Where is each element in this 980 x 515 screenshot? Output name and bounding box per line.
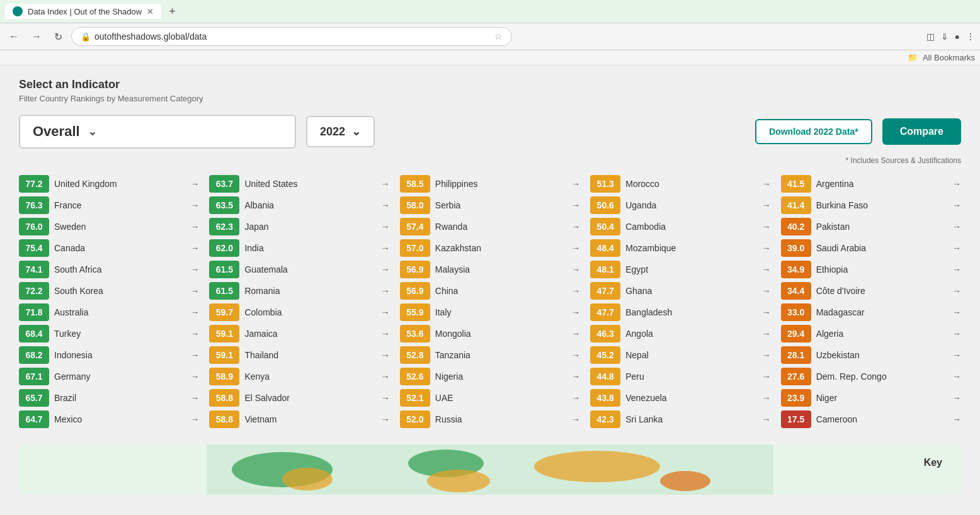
arrow-icon[interactable]: →: [571, 414, 580, 424]
rank-row[interactable]: 46.3Angola→: [590, 325, 770, 342]
rank-row[interactable]: 58.5Philippines→: [400, 175, 580, 193]
arrow-icon[interactable]: →: [190, 393, 199, 403]
arrow-icon[interactable]: →: [381, 350, 390, 360]
url-input[interactable]: [94, 31, 491, 42]
arrow-icon[interactable]: →: [762, 307, 771, 317]
arrow-icon[interactable]: →: [571, 200, 580, 210]
arrow-icon[interactable]: →: [190, 350, 199, 360]
arrow-icon[interactable]: →: [381, 286, 390, 296]
rank-row[interactable]: 28.1Uzbekistan→: [781, 346, 961, 364]
arrow-icon[interactable]: →: [952, 371, 961, 382]
rank-row[interactable]: 65.7Brazil→: [19, 389, 199, 407]
rank-row[interactable]: 52.8Tanzania→: [400, 346, 580, 364]
indicator-dropdown[interactable]: Overall ⌄: [19, 115, 296, 149]
arrow-icon[interactable]: →: [381, 243, 390, 253]
rank-row[interactable]: 76.0Sweden→: [19, 218, 199, 235]
arrow-icon[interactable]: →: [952, 307, 961, 317]
arrow-icon[interactable]: →: [381, 393, 390, 403]
menu-icon[interactable]: ⋮: [966, 31, 975, 42]
arrow-icon[interactable]: →: [952, 329, 961, 339]
rank-row[interactable]: 63.7United States→: [209, 175, 389, 193]
arrow-icon[interactable]: →: [190, 371, 199, 382]
rank-row[interactable]: 74.1South Africa→: [19, 261, 199, 278]
arrow-icon[interactable]: →: [762, 414, 771, 424]
rank-row[interactable]: 62.3Japan→: [209, 218, 389, 235]
arrow-icon[interactable]: →: [381, 264, 390, 274]
rank-row[interactable]: 61.5Guatemala→: [209, 261, 389, 278]
arrow-icon[interactable]: →: [571, 286, 580, 296]
arrow-icon[interactable]: →: [381, 307, 390, 317]
arrow-icon[interactable]: →: [571, 307, 580, 317]
rank-row[interactable]: 50.6Uganda→: [590, 196, 770, 214]
rank-row[interactable]: 64.7Mexico→: [19, 410, 199, 428]
extension-icon[interactable]: ◫: [926, 31, 935, 42]
rank-row[interactable]: 40.2Pakistan→: [781, 218, 961, 235]
rank-row[interactable]: 41.5Argentina→: [781, 175, 961, 193]
rank-row[interactable]: 59.7Colombia→: [209, 303, 389, 321]
rank-row[interactable]: 39.0Saudi Arabia→: [781, 239, 961, 257]
address-bar[interactable]: 🔒 ☆: [71, 27, 512, 46]
rank-row[interactable]: 33.0Madagascar→: [781, 303, 961, 321]
rank-row[interactable]: 57.4Rwanda→: [400, 218, 580, 235]
rank-row[interactable]: 61.5Romania→: [209, 282, 389, 300]
rank-row[interactable]: 67.1Germany→: [19, 368, 199, 385]
rank-row[interactable]: 58.9Kenya→: [209, 368, 389, 385]
arrow-icon[interactable]: →: [571, 371, 580, 382]
arrow-icon[interactable]: →: [571, 350, 580, 360]
arrow-icon[interactable]: →: [762, 371, 771, 382]
arrow-icon[interactable]: →: [762, 329, 771, 339]
arrow-icon[interactable]: →: [952, 179, 961, 189]
rank-row[interactable]: 58.8Vietnam→: [209, 410, 389, 428]
close-tab-icon[interactable]: ✕: [147, 7, 154, 16]
arrow-icon[interactable]: →: [762, 286, 771, 296]
rank-row[interactable]: 52.0Russia→: [400, 410, 580, 428]
forward-button[interactable]: →: [28, 28, 45, 45]
arrow-icon[interactable]: →: [952, 350, 961, 360]
arrow-icon[interactable]: →: [571, 222, 580, 232]
arrow-icon[interactable]: →: [762, 179, 771, 189]
arrow-icon[interactable]: →: [952, 393, 961, 403]
arrow-icon[interactable]: →: [190, 179, 199, 189]
rank-row[interactable]: 55.9Italy→: [400, 303, 580, 321]
arrow-icon[interactable]: →: [571, 264, 580, 274]
rank-row[interactable]: 68.2Indonesia→: [19, 346, 199, 364]
arrow-icon[interactable]: →: [762, 243, 771, 253]
rank-row[interactable]: 34.9Ethiopia→: [781, 261, 961, 278]
rank-row[interactable]: 52.6Nigeria→: [400, 368, 580, 385]
back-button[interactable]: ←: [5, 28, 23, 45]
bookmark-star-icon[interactable]: ☆: [494, 31, 503, 42]
arrow-icon[interactable]: →: [762, 222, 771, 232]
rank-row[interactable]: 48.4Mozambique→: [590, 239, 770, 257]
arrow-icon[interactable]: →: [571, 329, 580, 339]
rank-row[interactable]: 41.4Burkina Faso→: [781, 196, 961, 214]
arrow-icon[interactable]: →: [571, 393, 580, 403]
active-tab[interactable]: Data Index | Out of the Shadow ✕: [5, 4, 161, 19]
download-icon[interactable]: ⇓: [941, 31, 949, 42]
arrow-icon[interactable]: →: [762, 350, 771, 360]
arrow-icon[interactable]: →: [190, 414, 199, 424]
arrow-icon[interactable]: →: [190, 329, 199, 339]
rank-row[interactable]: 71.8Australia→: [19, 303, 199, 321]
download-button[interactable]: Download 2022 Data*: [755, 119, 872, 144]
arrow-icon[interactable]: →: [952, 222, 961, 232]
arrow-icon[interactable]: →: [762, 393, 771, 403]
rank-row[interactable]: 75.4Canada→: [19, 239, 199, 257]
rank-row[interactable]: 27.6Dem. Rep. Congo→: [781, 368, 961, 385]
arrow-icon[interactable]: →: [381, 222, 390, 232]
all-bookmarks-label[interactable]: All Bookmarks: [923, 53, 975, 62]
arrow-icon[interactable]: →: [952, 243, 961, 253]
rank-row[interactable]: 57.0Kazakhstan→: [400, 239, 580, 257]
rank-row[interactable]: 47.7Ghana→: [590, 282, 770, 300]
rank-row[interactable]: 56.9Malaysia→: [400, 261, 580, 278]
rank-row[interactable]: 29.4Algeria→: [781, 325, 961, 342]
rank-row[interactable]: 47.7Bangladesh→: [590, 303, 770, 321]
arrow-icon[interactable]: →: [190, 307, 199, 317]
arrow-icon[interactable]: →: [571, 243, 580, 253]
arrow-icon[interactable]: →: [190, 222, 199, 232]
arrow-icon[interactable]: →: [952, 200, 961, 210]
arrow-icon[interactable]: →: [190, 243, 199, 253]
rank-row[interactable]: 58.0Serbia→: [400, 196, 580, 214]
rank-row[interactable]: 34.4Côte d'Ivoire→: [781, 282, 961, 300]
rank-row[interactable]: 44.8Peru→: [590, 368, 770, 385]
rank-row[interactable]: 52.1UAE→: [400, 389, 580, 407]
